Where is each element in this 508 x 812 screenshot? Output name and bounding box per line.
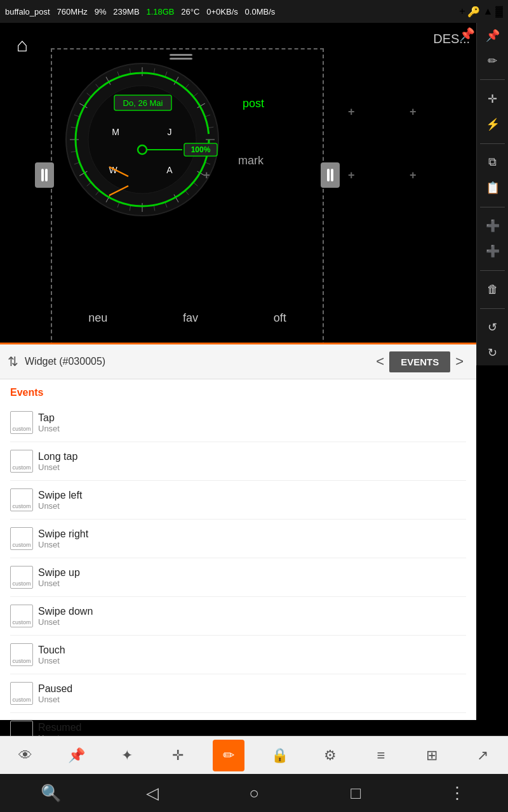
toolbar-edit-active[interactable]: ✏ xyxy=(213,740,244,771)
event-name-1: Long tap xyxy=(38,451,466,462)
toolbar-copy[interactable]: ⧉ xyxy=(480,155,505,170)
event-checkbox-0[interactable]: custom xyxy=(10,411,33,434)
bottom-panel: ⇅ Widget (#030005) < EVENTS > Events cus… xyxy=(0,343,476,720)
nav-bar: 🔍 ◁ ○ □ ⋮ xyxy=(0,774,508,812)
nav-more[interactable]: ⋮ xyxy=(438,777,476,809)
event-checkbox-4[interactable]: custom xyxy=(10,566,33,589)
oft-label: oft xyxy=(274,311,286,325)
event-info-0: Tap Unset xyxy=(38,412,466,433)
event-row-3[interactable]: custom Swipe right Unset xyxy=(10,520,466,558)
svg-text:100%: 100% xyxy=(191,145,211,154)
svg-rect-53 xyxy=(41,169,44,181)
status-net: 0+0KB/s xyxy=(206,7,238,16)
event-row-7[interactable]: custom Paused Unset xyxy=(10,674,466,713)
event-info-7: Paused Unset xyxy=(38,683,466,704)
event-value-2: Unset xyxy=(38,501,466,511)
event-info-2: Swipe left Unset xyxy=(38,490,466,511)
event-checkbox-1[interactable]: custom xyxy=(10,450,33,473)
resize-handle-left[interactable] xyxy=(35,162,54,188)
event-checkbox-5[interactable]: custom xyxy=(10,605,33,627)
toolbar-add2[interactable]: ➕ xyxy=(480,244,505,259)
svg-text:J: J xyxy=(168,127,172,137)
event-name-6: Touch xyxy=(38,645,466,656)
key-icon: 🔑 xyxy=(467,6,480,18)
plus-marker-4: + xyxy=(410,169,417,182)
plus-marker-3: + xyxy=(348,169,355,182)
event-name-7: Paused xyxy=(38,683,466,695)
toolbar-eye[interactable]: 👁 xyxy=(10,740,41,771)
toolbar-pin[interactable]: 📌 xyxy=(480,28,505,43)
toolbar-pin-bottom[interactable]: 📌 xyxy=(60,740,92,771)
status-bar: buffalo_post 760MHz 9% 239MB 1.18GB 26°C… xyxy=(0,0,508,23)
resize-handle-right[interactable] xyxy=(321,162,340,188)
toolbar-redo[interactable]: ↻ xyxy=(480,345,505,360)
toolbar-flash[interactable]: ⚡ xyxy=(480,117,505,132)
custom-label-0: custom xyxy=(12,426,30,432)
fav-label: fav xyxy=(183,311,198,325)
svg-text:M: M xyxy=(112,127,119,137)
widget-area: ⌂ DES... 📌 ✏ xyxy=(0,23,508,365)
event-name-8: Resumed xyxy=(38,722,466,733)
neu-label: neu xyxy=(88,311,107,325)
event-info-3: Swipe right Unset xyxy=(38,528,466,549)
status-storage: 1.18GB xyxy=(146,7,174,16)
event-row-5[interactable]: custom Swipe down Unset xyxy=(10,597,466,636)
event-checkbox-7[interactable]: custom xyxy=(10,682,33,705)
nav-home[interactable]: ○ xyxy=(235,777,273,809)
plus-marker-2: + xyxy=(410,105,417,119)
event-info-1: Long tap Unset xyxy=(38,451,466,472)
toolbar-lock[interactable]: 🔒 xyxy=(264,740,295,771)
event-value-7: Unset xyxy=(38,695,466,704)
toolbar-layout[interactable]: ✛ xyxy=(162,740,194,771)
toolbar-delete[interactable]: 🗑 xyxy=(480,282,505,297)
bluetooth-icon: + xyxy=(459,6,465,17)
toolbar-grid[interactable]: ≡ xyxy=(365,740,397,771)
panel-nav-prev[interactable]: < xyxy=(371,353,389,370)
custom-label-4: custom xyxy=(12,580,30,587)
nav-back[interactable]: ◁ xyxy=(133,777,171,809)
event-row-2[interactable]: custom Swipe left Unset xyxy=(10,481,466,520)
event-info-5: Swipe down Unset xyxy=(38,606,466,627)
event-checkbox-2[interactable]: custom xyxy=(10,488,33,511)
pin-icon[interactable]: 📌 xyxy=(459,27,475,42)
toolbar-clipboard[interactable]: 📋 xyxy=(480,180,505,195)
post-label: post xyxy=(243,97,264,110)
events-button[interactable]: EVENTS xyxy=(389,351,450,372)
event-info-6: Touch Unset xyxy=(38,645,466,665)
toolbar-pencil[interactable]: ✏ xyxy=(480,53,505,69)
toolbar-move[interactable]: ✛ xyxy=(480,91,505,107)
event-value-3: Unset xyxy=(38,540,466,549)
status-left: buffalo_post 760MHz 9% 239MB 1.18GB 26°C… xyxy=(5,7,459,16)
toolbar-pages[interactable]: ⊞ xyxy=(416,740,448,771)
panel-nav-next[interactable]: > xyxy=(450,353,469,370)
event-row-4[interactable]: custom Swipe up Unset xyxy=(10,558,466,597)
event-checkbox-6[interactable]: custom xyxy=(10,643,33,666)
custom-label-1: custom xyxy=(12,464,30,471)
event-row-6[interactable]: custom Touch Unset xyxy=(10,636,466,674)
status-carrier: buffalo_post xyxy=(5,7,50,16)
toolbar-divider-5 xyxy=(480,308,505,309)
nav-search[interactable]: 🔍 xyxy=(32,777,70,809)
wifi-icon: ▲ xyxy=(483,6,493,17)
events-heading: Events xyxy=(10,387,466,398)
event-row-0[interactable]: custom Tap Unset xyxy=(10,403,466,442)
right-toolbar: 📌 ✏ ✛ ⚡ ⧉ 📋 ➕ ➕ 🗑 ↺ ↻ xyxy=(476,23,508,365)
event-name-2: Swipe left xyxy=(38,490,466,501)
event-checkbox-3[interactable]: custom xyxy=(10,527,33,550)
event-row-1[interactable]: custom Long tap Unset xyxy=(10,442,466,481)
toolbar-export[interactable]: ↗ xyxy=(467,740,498,771)
panel-title: Widget (#030005) xyxy=(25,356,371,367)
toolbar-divider-2 xyxy=(480,143,505,144)
toolbar-settings[interactable]: ⚙ xyxy=(314,740,346,771)
home-button[interactable]: ⌂ xyxy=(6,29,38,61)
event-value-4: Unset xyxy=(38,579,466,588)
event-value-1: Unset xyxy=(38,462,466,472)
nav-recents[interactable]: □ xyxy=(337,777,375,809)
status-cpu-pct: 9% xyxy=(95,7,107,16)
svg-rect-54 xyxy=(45,169,48,181)
svg-text:Do, 26 Mai: Do, 26 Mai xyxy=(123,98,163,108)
toolbar-effects[interactable]: ✦ xyxy=(111,740,143,771)
event-info-4: Swipe up Unset xyxy=(38,567,466,588)
toolbar-add1[interactable]: ➕ xyxy=(480,218,505,233)
toolbar-undo[interactable]: ↺ xyxy=(480,320,505,336)
